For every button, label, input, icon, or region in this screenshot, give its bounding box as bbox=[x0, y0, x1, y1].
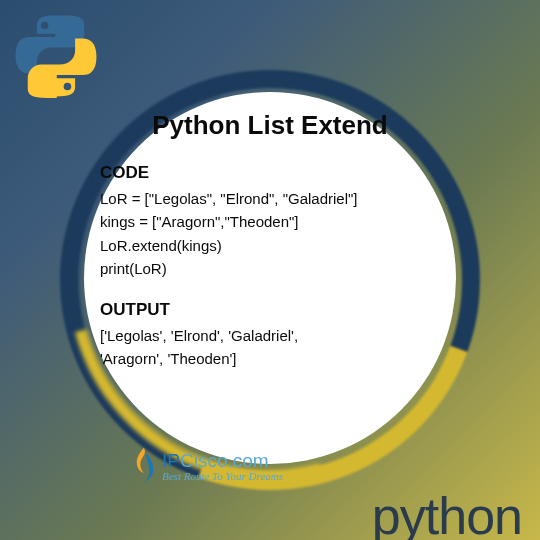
code-line: kings = ["Aragorn","Theoden"] bbox=[100, 210, 450, 233]
output-line: ['Legolas', 'Elrond', 'Galadriel', bbox=[100, 324, 450, 347]
output-label: OUTPUT bbox=[100, 300, 450, 320]
code-line: LoR = ["Legolas", "Elrond", "Galadriel"] bbox=[100, 187, 450, 210]
ipcisco-logo: IPCisco.com Best Route To Your Dreams bbox=[130, 446, 283, 486]
output-line: 'Aragorn', 'Theoden'] bbox=[100, 347, 450, 370]
content-area: Python List Extend CODE LoR = ["Legolas"… bbox=[100, 110, 450, 371]
ipcisco-tagline: Best Route To Your Dreams bbox=[162, 471, 283, 482]
code-line: print(LoR) bbox=[100, 257, 450, 280]
python-wordmark: python bbox=[372, 486, 522, 540]
code-line: LoR.extend(kings) bbox=[100, 234, 450, 257]
code-label: CODE bbox=[100, 163, 450, 183]
flame-icon bbox=[130, 446, 158, 486]
output-section: OUTPUT ['Legolas', 'Elrond', 'Galadriel'… bbox=[100, 300, 450, 371]
ipcisco-site-name: IPCisco.com bbox=[162, 451, 283, 470]
ipcisco-text: IPCisco.com Best Route To Your Dreams bbox=[162, 451, 283, 482]
code-section: CODE LoR = ["Legolas", "Elrond", "Galadr… bbox=[100, 163, 450, 280]
python-logo-icon bbox=[14, 14, 98, 98]
page-title: Python List Extend bbox=[90, 110, 450, 141]
